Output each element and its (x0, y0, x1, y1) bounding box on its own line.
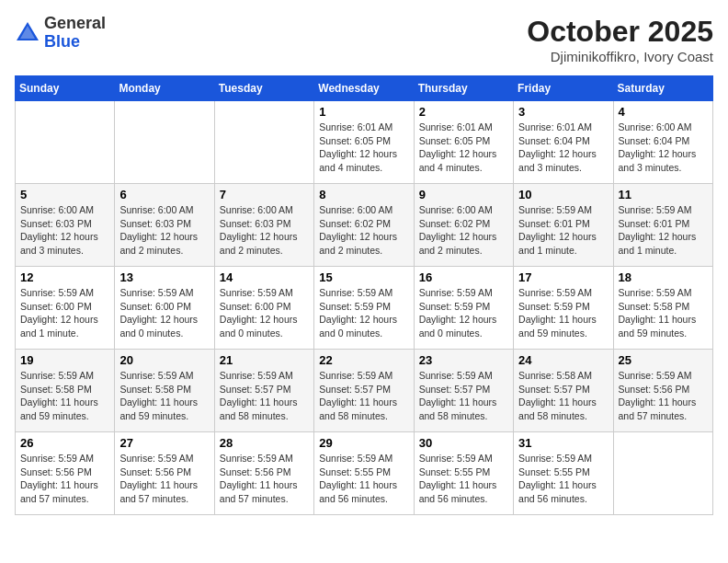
calendar-cell: 9Sunrise: 6:00 AM Sunset: 6:02 PM Daylig… (414, 184, 513, 267)
day-number: 24 (518, 353, 608, 367)
calendar-cell: 7Sunrise: 6:00 AM Sunset: 6:03 PM Daylig… (214, 184, 313, 267)
day-number: 18 (619, 270, 708, 284)
day-info: Sunrise: 5:59 AM Sunset: 6:00 PM Dayligh… (119, 286, 209, 340)
day-info: Sunrise: 5:59 AM Sunset: 6:00 PM Dayligh… (220, 286, 309, 340)
weekday-header-monday: Monday (115, 76, 214, 101)
day-number: 30 (419, 436, 508, 450)
day-info: Sunrise: 6:00 AM Sunset: 6:02 PM Dayligh… (319, 203, 408, 258)
calendar-cell: 19Sunrise: 5:59 AM Sunset: 5:58 PM Dayli… (16, 350, 115, 432)
calendar-cell: 3Sunrise: 6:01 AM Sunset: 6:04 PM Daylig… (514, 101, 613, 184)
day-info: Sunrise: 5:59 AM Sunset: 5:56 PM Dayligh… (20, 452, 109, 506)
day-info: Sunrise: 5:59 AM Sunset: 6:00 PM Dayligh… (20, 286, 109, 340)
day-info: Sunrise: 6:00 AM Sunset: 6:03 PM Dayligh… (220, 203, 309, 258)
weekday-header-friday: Friday (514, 76, 613, 101)
calendar-cell: 20Sunrise: 5:59 AM Sunset: 5:58 PM Dayli… (115, 350, 214, 432)
day-number: 22 (319, 353, 408, 367)
calendar-cell: 28Sunrise: 5:59 AM Sunset: 5:56 PM Dayli… (214, 432, 313, 515)
day-info: Sunrise: 5:59 AM Sunset: 5:56 PM Dayligh… (220, 452, 309, 506)
day-number: 2 (419, 105, 508, 119)
day-info: Sunrise: 6:00 AM Sunset: 6:03 PM Dayligh… (20, 203, 109, 258)
calendar-cell: 4Sunrise: 6:00 AM Sunset: 6:04 PM Daylig… (613, 101, 712, 184)
day-info: Sunrise: 5:59 AM Sunset: 5:59 PM Dayligh… (419, 286, 508, 340)
calendar-cell (214, 101, 313, 184)
calendar-cell: 29Sunrise: 5:59 AM Sunset: 5:55 PM Dayli… (314, 432, 414, 515)
day-number: 10 (518, 188, 608, 201)
calendar-cell: 5Sunrise: 6:00 AM Sunset: 6:03 PM Daylig… (16, 184, 115, 267)
calendar-cell: 12Sunrise: 5:59 AM Sunset: 6:00 PM Dayli… (16, 267, 115, 350)
calendar-cell (613, 432, 712, 515)
logo-icon (15, 20, 40, 46)
day-number: 13 (119, 270, 209, 284)
calendar-cell: 8Sunrise: 6:00 AM Sunset: 6:02 PM Daylig… (314, 184, 414, 267)
day-info: Sunrise: 6:01 AM Sunset: 6:05 PM Dayligh… (419, 121, 508, 175)
month-title: October 2025 (527, 15, 713, 49)
day-number: 8 (319, 188, 408, 201)
day-info: Sunrise: 5:59 AM Sunset: 5:58 PM Dayligh… (619, 286, 708, 340)
day-number: 15 (319, 270, 408, 284)
weekday-header-tuesday: Tuesday (214, 76, 313, 101)
day-info: Sunrise: 5:59 AM Sunset: 5:57 PM Dayligh… (419, 369, 508, 423)
day-info: Sunrise: 5:59 AM Sunset: 5:58 PM Dayligh… (20, 369, 109, 423)
day-number: 14 (220, 270, 309, 284)
day-info: Sunrise: 5:59 AM Sunset: 5:58 PM Dayligh… (119, 369, 209, 423)
day-info: Sunrise: 5:59 AM Sunset: 5:55 PM Dayligh… (419, 452, 508, 506)
calendar-cell: 13Sunrise: 5:59 AM Sunset: 6:00 PM Dayli… (115, 267, 214, 350)
day-info: Sunrise: 5:59 AM Sunset: 5:55 PM Dayligh… (319, 452, 408, 506)
day-info: Sunrise: 6:00 AM Sunset: 6:04 PM Dayligh… (619, 121, 708, 175)
calendar-week-2: 5Sunrise: 6:00 AM Sunset: 6:03 PM Daylig… (16, 184, 713, 267)
calendar-cell: 27Sunrise: 5:59 AM Sunset: 5:56 PM Dayli… (115, 432, 214, 515)
calendar-cell (115, 101, 214, 184)
day-number: 28 (220, 436, 309, 450)
day-info: Sunrise: 5:59 AM Sunset: 6:01 PM Dayligh… (619, 203, 708, 258)
day-number: 21 (220, 353, 309, 367)
day-info: Sunrise: 5:59 AM Sunset: 5:56 PM Dayligh… (619, 369, 708, 423)
day-number: 12 (20, 270, 109, 284)
day-number: 7 (220, 188, 309, 201)
calendar-cell (16, 101, 115, 184)
calendar-table: SundayMondayTuesdayWednesdayThursdayFrid… (15, 75, 713, 515)
calendar-cell: 31Sunrise: 5:59 AM Sunset: 5:55 PM Dayli… (514, 432, 613, 515)
day-number: 23 (419, 353, 508, 367)
day-number: 11 (619, 188, 708, 201)
calendar-cell: 15Sunrise: 5:59 AM Sunset: 5:59 PM Dayli… (314, 267, 414, 350)
title-block: October 2025 Djiminikoffikro, Ivory Coas… (527, 15, 713, 64)
day-info: Sunrise: 5:59 AM Sunset: 5:57 PM Dayligh… (319, 369, 408, 423)
calendar-cell: 22Sunrise: 5:59 AM Sunset: 5:57 PM Dayli… (314, 350, 414, 432)
day-info: Sunrise: 6:01 AM Sunset: 6:05 PM Dayligh… (319, 121, 408, 175)
calendar-cell: 23Sunrise: 5:59 AM Sunset: 5:57 PM Dayli… (414, 350, 513, 432)
weekday-header-thursday: Thursday (414, 76, 513, 101)
day-number: 3 (518, 105, 608, 119)
day-info: Sunrise: 5:59 AM Sunset: 5:55 PM Dayligh… (518, 452, 608, 506)
logo: General Blue (15, 15, 106, 52)
calendar-cell: 1Sunrise: 6:01 AM Sunset: 6:05 PM Daylig… (314, 101, 414, 184)
calendar-week-3: 12Sunrise: 5:59 AM Sunset: 6:00 PM Dayli… (16, 267, 713, 350)
calendar-cell: 2Sunrise: 6:01 AM Sunset: 6:05 PM Daylig… (414, 101, 513, 184)
day-number: 20 (119, 353, 209, 367)
logo-blue-text: Blue (44, 32, 80, 51)
weekday-header-row: SundayMondayTuesdayWednesdayThursdayFrid… (16, 76, 713, 101)
day-info: Sunrise: 5:59 AM Sunset: 5:59 PM Dayligh… (319, 286, 408, 340)
day-info: Sunrise: 6:00 AM Sunset: 6:02 PM Dayligh… (419, 203, 508, 258)
day-number: 17 (518, 270, 608, 284)
location-text: Djiminikoffikro, Ivory Coast (527, 49, 713, 64)
day-number: 31 (518, 436, 608, 450)
calendar-cell: 10Sunrise: 5:59 AM Sunset: 6:01 PM Dayli… (514, 184, 613, 267)
day-info: Sunrise: 5:59 AM Sunset: 6:01 PM Dayligh… (518, 203, 608, 258)
logo-general-text: General (44, 14, 106, 32)
day-number: 9 (419, 188, 508, 201)
page-header: General Blue October 2025 Djiminikoffikr… (15, 15, 713, 64)
weekday-header-wednesday: Wednesday (314, 76, 414, 101)
calendar-cell: 6Sunrise: 6:00 AM Sunset: 6:03 PM Daylig… (115, 184, 214, 267)
day-info: Sunrise: 5:59 AM Sunset: 5:59 PM Dayligh… (518, 286, 608, 340)
calendar-cell: 25Sunrise: 5:59 AM Sunset: 5:56 PM Dayli… (613, 350, 712, 432)
day-number: 26 (20, 436, 109, 450)
calendar-cell: 16Sunrise: 5:59 AM Sunset: 5:59 PM Dayli… (414, 267, 513, 350)
calendar-cell: 21Sunrise: 5:59 AM Sunset: 5:57 PM Dayli… (214, 350, 313, 432)
calendar-cell: 24Sunrise: 5:58 AM Sunset: 5:57 PM Dayli… (514, 350, 613, 432)
calendar-week-4: 19Sunrise: 5:59 AM Sunset: 5:58 PM Dayli… (16, 350, 713, 432)
calendar-cell: 11Sunrise: 5:59 AM Sunset: 6:01 PM Dayli… (613, 184, 712, 267)
weekday-header-saturday: Saturday (613, 76, 712, 101)
day-number: 4 (619, 105, 708, 119)
day-number: 19 (20, 353, 109, 367)
calendar-cell: 18Sunrise: 5:59 AM Sunset: 5:58 PM Dayli… (613, 267, 712, 350)
